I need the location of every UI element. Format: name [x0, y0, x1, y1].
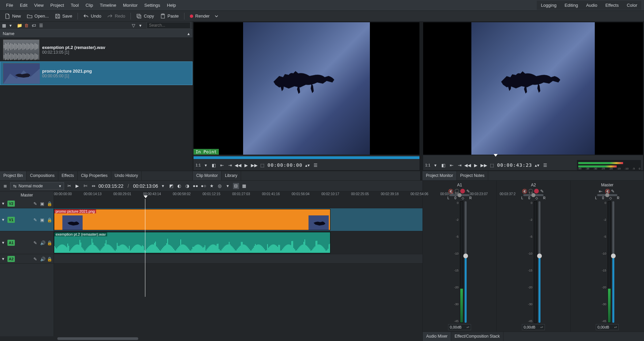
copy-button[interactable]: Copy: [134, 12, 156, 20]
insert-icon[interactable]: ●○: [201, 183, 207, 189]
search-input[interactable]: [147, 22, 191, 29]
favorite-icon[interactable]: ★: [209, 183, 215, 189]
pan-slider[interactable]: [449, 194, 470, 196]
workspace-audio[interactable]: Audio: [582, 1, 601, 10]
solo-icon[interactable]: 🎧: [528, 189, 533, 193]
chevron-down-icon[interactable]: ▾: [432, 162, 438, 168]
mute-icon[interactable]: 🔇: [605, 189, 610, 193]
forward-icon[interactable]: ▶▶: [481, 162, 487, 168]
menu-icon[interactable]: ☰: [313, 162, 319, 168]
spinner-icon[interactable]: ▴▾: [304, 162, 311, 168]
volume-fader[interactable]: [612, 201, 614, 323]
go-start-icon[interactable]: ⇤: [448, 162, 455, 168]
spinner-icon[interactable]: ◇: [609, 196, 612, 200]
track-head-a2[interactable]: ▾ A2 ✎ 🔊 🔒: [0, 254, 54, 264]
tab-project-bin[interactable]: Project Bin: [0, 171, 27, 180]
tab-compositions[interactable]: Compositions: [27, 171, 58, 180]
pan-thumb[interactable]: [531, 193, 535, 197]
render-button[interactable]: Render: [187, 12, 222, 20]
chevron-down-icon[interactable]: ▾: [225, 183, 231, 189]
collapse-icon[interactable]: ⇤: [599, 189, 604, 193]
expand-icon[interactable]: ▾: [2, 201, 6, 206]
solo-icon[interactable]: 🎧: [454, 189, 459, 193]
effects-icon[interactable]: ✎: [33, 201, 38, 206]
lock-icon[interactable]: 🔒: [47, 217, 52, 222]
select-tool-icon[interactable]: ▶: [74, 183, 80, 189]
rewind-icon[interactable]: ◀◀: [235, 162, 241, 168]
volume-fader[interactable]: [538, 201, 540, 323]
playhead-marker[interactable]: [144, 195, 148, 198]
bin-item-audio[interactable]: exemption pt.2 (remaster).wav 00:02:13:0…: [0, 38, 193, 61]
spinner-icon[interactable]: ▴▾: [540, 326, 543, 328]
spinner-icon[interactable]: ◇: [462, 196, 464, 200]
edit-mode-selector[interactable]: ⇆ Normal mode ▾: [10, 182, 64, 190]
menu-icon[interactable]: ☰: [39, 23, 44, 28]
tab-undo-history[interactable]: Undo History: [111, 171, 142, 180]
db-input[interactable]: 0,00dB▴▾: [596, 324, 619, 330]
pan-thumb[interactable]: [458, 193, 462, 197]
overwrite-icon[interactable]: ●●: [193, 183, 199, 189]
workspace-logging[interactable]: Logging: [537, 1, 560, 10]
chevron-down-icon[interactable]: ▾: [139, 23, 144, 28]
workspace-effects[interactable]: Effects: [601, 1, 623, 10]
menu-tool[interactable]: Tool: [67, 1, 82, 10]
fx-icon[interactable]: ✎: [540, 189, 545, 193]
sort-icon[interactable]: ▴: [187, 31, 190, 36]
lock-icon[interactable]: 🔒: [47, 201, 52, 206]
db-input[interactable]: 0,00dB▴▾: [522, 324, 545, 330]
expand-icon[interactable]: ▾: [2, 217, 6, 222]
project-monitor-scrubber[interactable]: [423, 155, 643, 160]
timeline-scrollbar[interactable]: [0, 336, 422, 341]
go-end-icon[interactable]: ⇥: [227, 162, 233, 168]
visible-icon[interactable]: ▣: [40, 201, 45, 206]
menu-monitor[interactable]: Monitor: [120, 1, 141, 10]
chevron-down-icon[interactable]: ▾: [203, 162, 209, 168]
tab-effects[interactable]: Effects: [58, 171, 78, 180]
visible-icon[interactable]: ▣: [40, 217, 45, 222]
undo-button[interactable]: Undo: [81, 12, 104, 20]
clip-monitor-view[interactable]: In Point: [194, 22, 419, 155]
mute-icon[interactable]: 🔇: [448, 189, 453, 193]
pan-slider[interactable]: [523, 194, 544, 196]
effects-icon[interactable]: ✎: [33, 257, 38, 261]
go-start-icon[interactable]: ⇤: [219, 162, 225, 168]
rewind-icon[interactable]: ◀◀: [465, 162, 471, 168]
zone-out-icon[interactable]: ◑: [184, 183, 191, 189]
mute-icon[interactable]: 🔇: [522, 189, 527, 193]
save-button[interactable]: Save: [52, 12, 75, 20]
preview-icon[interactable]: ◎: [217, 183, 223, 189]
timeline-ruler[interactable]: 00:00:00:0000:00:14:1300:00:29:0100:00:4…: [54, 191, 422, 199]
bin-column-header[interactable]: Name ▴: [0, 29, 193, 38]
timeline-position[interactable]: 00:03:15:22 / 00:02:13:06: [98, 183, 158, 189]
mix-icon[interactable]: ◩: [168, 183, 174, 189]
tab-clip-properties[interactable]: Clip Properties: [78, 171, 111, 180]
zone-icon[interactable]: ⬚: [259, 162, 265, 168]
clip-monitor-timecode[interactable]: 00:00:00:00: [267, 162, 302, 168]
lock-icon[interactable]: 🔒: [47, 240, 52, 245]
menu-timeline[interactable]: Timeline: [96, 1, 120, 10]
pan-slider[interactable]: [597, 194, 617, 196]
chevron-down-icon[interactable]: [214, 14, 219, 19]
audio-clip[interactable]: exemption pt.2 (remaster).wav: [54, 232, 330, 253]
scroll-thumb[interactable]: [57, 337, 138, 340]
tab-project-notes[interactable]: Project Notes: [457, 171, 488, 180]
go-end-icon[interactable]: ⇥: [457, 162, 463, 168]
snap-icon[interactable]: ⊟: [233, 183, 239, 189]
tab-clip-monitor[interactable]: Clip Monitor: [193, 171, 222, 180]
lane-a2[interactable]: [54, 254, 422, 264]
play-icon[interactable]: ▶: [473, 162, 479, 168]
menu-clip[interactable]: Clip: [82, 1, 96, 10]
redo-button[interactable]: Redo: [105, 12, 128, 20]
lock-icon[interactable]: 🔒: [47, 257, 52, 261]
effects-icon[interactable]: ✎: [33, 240, 38, 245]
spinner-icon[interactable]: ◇: [535, 196, 538, 200]
track-head-v2[interactable]: ▾ V2 ✎ ▣ 🔒: [0, 199, 54, 208]
menu-edit[interactable]: Edit: [17, 1, 31, 10]
track-label-v1[interactable]: V1: [7, 217, 15, 223]
project-monitor-timecode[interactable]: 00:00:43:23: [497, 162, 532, 168]
lane-v1[interactable]: promo picture 2021.png: [54, 208, 422, 231]
tab-library[interactable]: Library: [222, 171, 241, 180]
delete-icon[interactable]: 🗑: [24, 23, 29, 28]
add-folder-icon[interactable]: 📁: [17, 23, 22, 28]
chevron-down-icon[interactable]: ▾: [9, 23, 14, 28]
